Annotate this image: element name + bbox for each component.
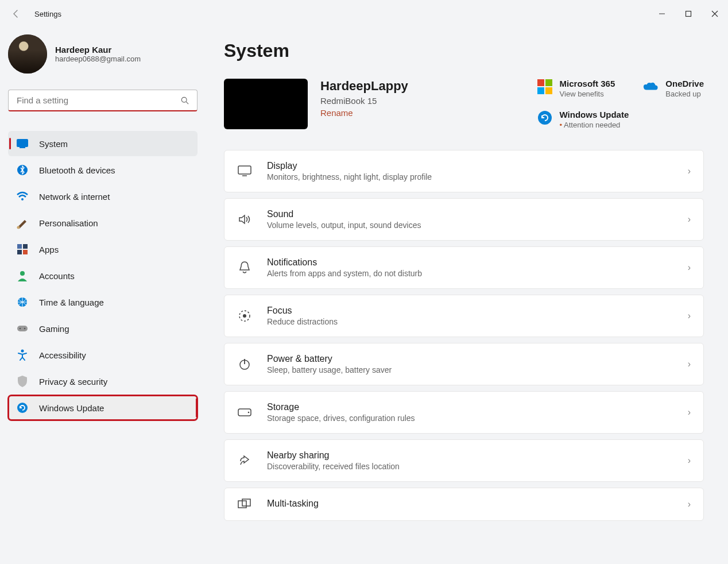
setting-notifications[interactable]: NotificationsAlerts from apps and system… [224, 246, 704, 289]
setting-sub: Monitors, brightness, night light, displ… [267, 172, 673, 181]
user-card[interactable]: Hardeep Kaur hardeep0688@gmail.com [8, 28, 198, 87]
rename-link[interactable]: Rename [320, 108, 408, 118]
setting-sub: Alerts from apps and system, do not dist… [267, 269, 673, 278]
device-thumbnail [224, 79, 308, 129]
svg-rect-21 [238, 166, 251, 174]
svg-rect-1 [686, 11, 691, 17]
status-title: Windows Update [560, 110, 629, 119]
svg-line-3 [186, 102, 188, 104]
sidebar: Hardeep Kaur hardeep0688@gmail.com Syste… [0, 28, 206, 564]
svg-point-13 [20, 271, 25, 276]
svg-rect-11 [17, 250, 22, 254]
status-onedrive[interactable]: OneDrive Backed up [642, 79, 704, 98]
setting-nearby-sharing[interactable]: Nearby sharingDiscoverability, received … [224, 439, 704, 482]
minimize-button[interactable] [649, 3, 675, 24]
setting-title: Focus [267, 306, 673, 316]
setting-title: Display [267, 161, 673, 171]
status-sub: View benefits [560, 90, 615, 98]
update-status-icon [537, 110, 553, 126]
setting-storage[interactable]: StorageStorage space, drives, configurat… [224, 391, 704, 434]
setting-title: Power & battery [267, 354, 673, 364]
bluetooth-icon [16, 164, 29, 176]
status-title: Microsoft 365 [560, 79, 615, 88]
sidebar-item-bluetooth[interactable]: Bluetooth & devices [8, 157, 198, 183]
sidebar-item-label: Network & internet [39, 192, 110, 202]
setting-title: Storage [267, 402, 673, 412]
svg-rect-12 [23, 250, 28, 254]
storage-icon [237, 408, 252, 416]
status-sub: Backed up [665, 90, 704, 98]
search-input-wrap[interactable] [8, 90, 198, 111]
setting-sub: Sleep, battery usage, battery saver [267, 365, 673, 374]
svg-rect-10 [23, 244, 28, 249]
svg-point-28 [248, 412, 250, 414]
sidebar-item-network[interactable]: Network & internet [8, 184, 198, 209]
sidebar-item-privacy[interactable]: Privacy & security [8, 369, 198, 394]
shield-icon [16, 375, 29, 388]
globe-clock-icon [16, 296, 29, 308]
chevron-right-icon: › [688, 359, 691, 369]
sidebar-item-label: Gaming [39, 324, 69, 334]
setting-power[interactable]: Power & batterySleep, battery usage, bat… [224, 343, 704, 385]
avatar [8, 34, 47, 74]
setting-multitasking[interactable]: Multi-tasking › [224, 488, 704, 521]
system-icon [16, 137, 29, 150]
svg-point-24 [243, 314, 246, 318]
back-button[interactable] [5, 5, 28, 23]
svg-point-7 [21, 198, 24, 200]
sidebar-item-label: Privacy & security [39, 377, 107, 387]
svg-point-2 [181, 97, 187, 102]
setting-sub: Storage space, drives, configuration rul… [267, 414, 673, 423]
sidebar-item-label: System [39, 139, 68, 149]
maximize-button[interactable] [675, 3, 702, 24]
sidebar-item-apps[interactable]: Apps [8, 237, 198, 262]
search-input[interactable] [9, 95, 173, 105]
sidebar-item-label: Bluetooth & devices [39, 165, 115, 175]
chevron-right-icon: › [688, 214, 691, 225]
user-email: hardeep0688@gmail.com [55, 55, 141, 63]
setting-title: Nearby sharing [267, 450, 673, 461]
status-title: OneDrive [665, 79, 704, 88]
setting-sound[interactable]: SoundVolume levels, output, input, sound… [224, 198, 704, 241]
sidebar-item-accounts[interactable]: Accounts [8, 263, 198, 288]
display-icon [237, 165, 252, 177]
sidebar-item-gaming[interactable]: Gaming [8, 316, 198, 341]
sidebar-item-label: Windows Update [39, 403, 104, 413]
sidebar-item-label: Accounts [39, 271, 75, 281]
status-microsoft365[interactable]: Microsoft 365 View benefits [537, 79, 629, 98]
chevron-right-icon: › [688, 262, 691, 273]
setting-sub: Volume levels, output, input, sound devi… [267, 221, 673, 230]
power-icon [237, 358, 252, 370]
search-icon [173, 96, 197, 105]
sidebar-item-personalisation[interactable]: Personalisation [8, 210, 198, 235]
status-sub: Attention needed [560, 121, 629, 129]
svg-point-18 [21, 350, 24, 353]
person-icon [16, 269, 29, 282]
svg-point-19 [17, 403, 28, 413]
close-button[interactable] [702, 3, 728, 24]
setting-title: Notifications [267, 257, 673, 268]
chevron-right-icon: › [688, 311, 691, 321]
sidebar-item-accessibility[interactable]: Accessibility [8, 342, 198, 368]
device-name: HardeepLappy [320, 79, 408, 94]
wifi-icon [16, 190, 29, 203]
page-title: System [224, 40, 704, 61]
sidebar-item-time-language[interactable]: Time & language [8, 289, 198, 315]
bell-icon [237, 261, 252, 275]
status-windows-update[interactable]: Windows Update Attention needed [537, 110, 629, 129]
sidebar-item-system[interactable]: System [8, 131, 198, 156]
svg-rect-9 [17, 244, 22, 249]
m365-icon [537, 79, 553, 95]
setting-focus[interactable]: FocusReduce distractions › [224, 295, 704, 337]
user-name: Hardeep Kaur [55, 45, 141, 55]
accessibility-icon [16, 349, 29, 361]
svg-point-8 [17, 226, 20, 229]
setting-sub: Reduce distractions [267, 317, 673, 326]
sound-icon [237, 214, 252, 225]
content-area: System HardeepLappy RedmiBook 15 Rename … [206, 28, 728, 564]
onedrive-icon [642, 79, 659, 95]
app-title: Settings [34, 10, 61, 18]
sidebar-item-label: Time & language [39, 298, 104, 307]
sidebar-item-windows-update[interactable]: Windows Update [8, 395, 198, 420]
setting-display[interactable]: DisplayMonitors, brightness, night light… [224, 150, 704, 192]
